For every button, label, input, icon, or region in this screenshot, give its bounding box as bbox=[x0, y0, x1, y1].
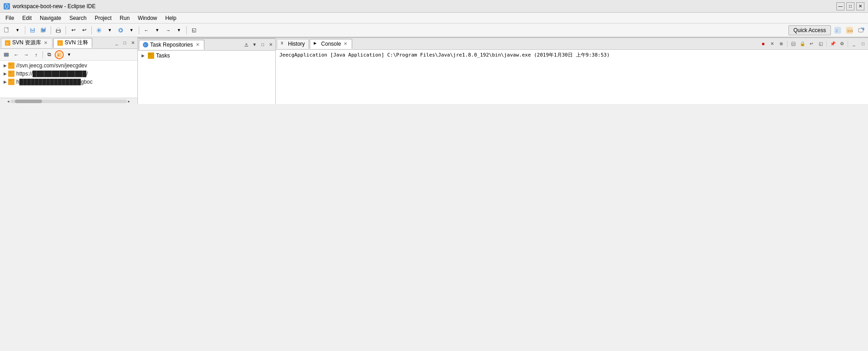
new-file-button[interactable] bbox=[2, 25, 12, 35]
tree-item-1[interactable]: ▶ https://██████████████/ bbox=[0, 70, 137, 78]
tree-item-0[interactable]: ▶ //svn.jeecg.com/svn/jeecgdev bbox=[0, 62, 137, 70]
scroll-right-arrow[interactable]: ▸ bbox=[127, 99, 131, 104]
svn-back-button[interactable]: ← bbox=[12, 50, 21, 59]
redo-button[interactable]: ↩ bbox=[79, 25, 89, 35]
terminate-button[interactable]: ✕ bbox=[768, 40, 776, 48]
stop-button[interactable]: ■ bbox=[759, 40, 767, 48]
bottom-row: T Task Repositories ✕ ▼ bbox=[138, 37, 868, 104]
console-tab-close[interactable]: ✕ bbox=[343, 41, 348, 46]
toolbar-sep-1 bbox=[25, 26, 25, 34]
tree-arrow-0[interactable]: ▶ bbox=[2, 62, 8, 69]
svn-add-repo-button[interactable] bbox=[2, 50, 11, 59]
svn-perspective-button[interactable]: SVN bbox=[844, 25, 854, 35]
minimize-button[interactable]: — bbox=[836, 2, 844, 10]
menu-navigate[interactable]: Navigate bbox=[36, 14, 65, 22]
console-maximize-button[interactable]: □ bbox=[859, 40, 867, 48]
maximize-button[interactable]: □ bbox=[846, 2, 854, 10]
menu-project[interactable]: Project bbox=[91, 14, 115, 22]
task-maximize-button[interactable]: □ bbox=[259, 41, 266, 48]
debug-dropdown-button[interactable]: ▾ bbox=[105, 25, 115, 35]
console-settings-button[interactable]: ⚙ bbox=[838, 40, 846, 48]
scroll-left-arrow[interactable]: ◂ bbox=[6, 99, 10, 104]
svg-rect-33 bbox=[9, 64, 14, 67]
svg-rect-37 bbox=[9, 81, 14, 84]
java-perspective-button[interactable]: J bbox=[833, 25, 843, 35]
task-minimize-button[interactable]: ▼ bbox=[251, 41, 258, 48]
console-minimize-button[interactable]: _ bbox=[850, 40, 858, 48]
open-console-button[interactable]: ◱ bbox=[816, 40, 825, 48]
task-panel: T Task Repositories ✕ ▼ bbox=[138, 38, 276, 104]
tab-svn-annotation[interactable]: S SVN 注释 bbox=[53, 38, 92, 48]
perspective-button[interactable]: ◱ bbox=[189, 25, 199, 35]
tab-history[interactable]: ⧖ History bbox=[277, 39, 309, 49]
console-controls: ■ ✕ ⊗ 🔒 ↵ ◱ bbox=[759, 40, 867, 48]
quick-access-button[interactable]: Quick Access bbox=[788, 25, 831, 35]
task-tab-close[interactable]: ✕ bbox=[195, 42, 200, 47]
panel-maximize-button[interactable]: □ bbox=[121, 39, 128, 47]
print-button[interactable] bbox=[53, 25, 63, 35]
svg-rect-11 bbox=[57, 28, 60, 30]
svg-rect-34 bbox=[9, 64, 11, 65]
tree-icon-1 bbox=[8, 71, 14, 77]
save-button[interactable] bbox=[28, 25, 38, 35]
svn-active-button[interactable]: ≡ bbox=[55, 50, 64, 59]
clear-console-button[interactable] bbox=[789, 40, 797, 48]
title-bar-controls[interactable]: — □ ✕ bbox=[836, 2, 864, 10]
debug-button[interactable] bbox=[94, 25, 104, 35]
tree-arrow-2[interactable]: ▶ bbox=[2, 79, 8, 85]
pin-console-button[interactable]: 📌 bbox=[829, 40, 837, 48]
tab-svn-repo-close[interactable]: ✕ bbox=[43, 40, 48, 45]
svn-sep-1 bbox=[42, 51, 43, 58]
toolbar-sep-2 bbox=[51, 26, 51, 34]
back-button[interactable]: ← bbox=[142, 25, 151, 35]
run-button[interactable] bbox=[116, 25, 126, 35]
svn-forward-button[interactable]: → bbox=[22, 50, 31, 59]
workspace: S SVN 资源库 ✕ S SVN 注释 _ □ ✕ bbox=[0, 37, 868, 104]
scroll-lock-button[interactable]: 🔒 bbox=[798, 40, 807, 48]
menu-run[interactable]: Run bbox=[116, 14, 133, 22]
task-item-tasks[interactable]: ▶ Tasks bbox=[140, 52, 274, 60]
task-upload-button[interactable] bbox=[243, 41, 250, 48]
task-tab-label: Task Repositories bbox=[150, 42, 193, 48]
tab-svn-repo[interactable]: S SVN 资源库 ✕ bbox=[1, 38, 52, 48]
tree-item-2[interactable]: ▶ h████████████████gboc bbox=[0, 78, 137, 86]
svn-up-button[interactable]: ↑ bbox=[32, 50, 41, 59]
save-all-button[interactable] bbox=[38, 25, 48, 35]
history-tab-label: History bbox=[288, 41, 305, 47]
menu-search[interactable]: Search bbox=[66, 14, 90, 22]
tab-console[interactable]: ▶ Console ✕ bbox=[310, 39, 352, 49]
tree-label-1: https://██████████████/ bbox=[16, 71, 88, 77]
panel-close-button[interactable]: ✕ bbox=[129, 39, 137, 47]
task-content: ▶ Tasks bbox=[138, 51, 275, 104]
panel-minimize-button[interactable]: _ bbox=[113, 39, 120, 47]
back-dropdown-button[interactable]: ▾ bbox=[152, 25, 162, 35]
tree-arrow-1[interactable]: ▶ bbox=[2, 71, 8, 77]
toolbar-right: Quick Access J SVN bbox=[788, 25, 866, 35]
task-arrow[interactable]: ▶ bbox=[142, 53, 148, 58]
run-dropdown-button[interactable]: ▾ bbox=[127, 25, 137, 35]
undo-button[interactable]: ↩ bbox=[68, 25, 78, 35]
forward-button[interactable]: → bbox=[163, 25, 173, 35]
menu-help[interactable]: Help bbox=[162, 14, 180, 22]
menu-edit[interactable]: Edit bbox=[19, 14, 35, 22]
close-button[interactable]: ✕ bbox=[856, 2, 864, 10]
menu-bar: File Edit Navigate Search Project Run Wi… bbox=[0, 13, 868, 24]
tree-label-0: //svn.jeecg.com/svn/jeecgdev bbox=[16, 62, 87, 69]
menu-file[interactable]: File bbox=[2, 14, 18, 22]
scroll-thumb[interactable] bbox=[15, 100, 42, 103]
tab-task-repos[interactable]: T Task Repositories ✕ bbox=[139, 40, 204, 50]
task-close-button[interactable]: ✕ bbox=[267, 41, 274, 48]
svn-h-scrollbar[interactable]: ◂ ▸ bbox=[0, 98, 137, 104]
svn-dropdown-button[interactable]: ▾ bbox=[65, 50, 74, 59]
svg-rect-43 bbox=[149, 54, 153, 57]
menu-window[interactable]: Window bbox=[134, 14, 161, 22]
toolbar-sep-3 bbox=[66, 26, 66, 34]
forward-dropdown-button[interactable]: ▾ bbox=[174, 25, 184, 35]
remove-terminated-button[interactable]: ⊗ bbox=[777, 40, 785, 48]
open-perspective-button[interactable] bbox=[856, 25, 866, 35]
svn-copy-button[interactable]: ⧉ bbox=[45, 50, 54, 59]
scroll-track[interactable] bbox=[10, 100, 127, 103]
new-dropdown-button[interactable]: ▾ bbox=[13, 25, 23, 35]
task-panel-tabs: T Task Repositories ✕ ▼ bbox=[138, 39, 275, 51]
word-wrap-button[interactable]: ↵ bbox=[807, 40, 816, 48]
